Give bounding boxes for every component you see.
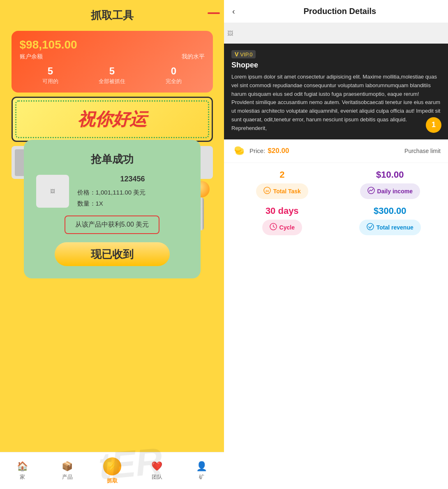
daily-income-label: Daily income: [377, 188, 413, 195]
chart-icon: [367, 187, 375, 196]
nav-item-mine[interactable]: 👤 矿: [189, 461, 214, 481]
vip-badge: V VIP.0: [231, 50, 256, 58]
stats-grid: 2 24 Total Task $10.00: [224, 163, 448, 242]
confirm-button[interactable]: 现已收到: [55, 242, 170, 266]
lucky-text: 祝你好运: [78, 108, 147, 131]
total-revenue-label: Total revenue: [376, 224, 413, 231]
back-button[interactable]: ‹: [232, 7, 235, 16]
modal-title: 抢单成功: [91, 152, 134, 167]
level-label: 我的水平: [182, 53, 205, 60]
svg-text:24: 24: [266, 190, 269, 192]
cycle-card: 30 days Cycle: [231, 206, 333, 235]
price-label: Price:: [249, 147, 265, 154]
profit-box: 从该产品中获利5.00 美元: [65, 216, 160, 234]
svg-point-10: [367, 223, 374, 230]
total-task-chip: 24 Total Task: [256, 183, 308, 199]
nav-label-team: 团队: [152, 473, 162, 481]
modal-product-info: 🖼 123456 价格：1,001,111.00 美元 数量：1X: [36, 175, 188, 209]
product-broken-img-icon: 🖼: [227, 30, 233, 37]
total-task-label: Total Task: [273, 188, 301, 195]
nav-item-products[interactable]: 📦 产品: [55, 461, 80, 481]
stat-captured-number: 5: [81, 65, 143, 77]
total-revenue-card: $300.00 Total revenue: [339, 206, 441, 235]
app-title: 抓取工具: [0, 0, 224, 27]
vip-text: VIP.0: [240, 51, 252, 58]
lucky-banner: 祝你好运: [12, 97, 213, 142]
nav-label-home: 家: [20, 473, 25, 481]
balance-amount: $98,105.00: [20, 38, 205, 51]
svg-point-5: [235, 146, 241, 151]
total-revenue-chip: Total revenue: [359, 220, 421, 235]
team-icon: ❤️: [151, 461, 162, 472]
price-value: $20.00: [268, 147, 289, 155]
vip-v-icon: V: [235, 51, 238, 58]
purchase-limit-label: Purchase limit: [404, 148, 441, 154]
nav-item-team[interactable]: ❤️ 团队: [145, 461, 169, 481]
daily-income-chip: Daily income: [360, 183, 420, 199]
product-id: 123456: [77, 175, 188, 183]
profit-text: 从该产品中获利5.00 美元: [75, 221, 149, 228]
order-success-modal: 抢单成功 🖼 123456 价格：1,001,111.00 美元 数量：1X 从…: [24, 140, 201, 278]
home-icon: 🏠: [17, 461, 28, 472]
balance-card: $98,105.00 账户余额 我的水平 5 可用的 5 全部被抓住 0 完全的: [12, 31, 213, 93]
cycle-value: 30 days: [266, 206, 299, 216]
stat-complete-label: 完全的: [143, 78, 205, 85]
stat-complete: 0 完全的: [143, 65, 205, 85]
account-label: 账户余额: [20, 53, 43, 60]
right-panel-header: ‹ Production Details: [224, 0, 448, 23]
product-image-area: 🖼: [224, 23, 448, 44]
modal-product-image: 🖼: [36, 175, 69, 208]
nav-item-capture[interactable]: ⚡ 抓取: [100, 457, 125, 484]
right-panel: ‹ Production Details 🖼 V VIP.0 Shopee Lo…: [224, 0, 448, 489]
broken-img-icon: 🖼: [50, 188, 55, 194]
cycle-label: Cycle: [279, 224, 295, 231]
stat-complete-number: 0: [143, 65, 205, 77]
checkmark-circle-icon: [367, 223, 374, 232]
brand-name: Shopee: [231, 61, 441, 70]
total-task-card: 2 24 Total Task: [231, 169, 333, 199]
cycle-chip: Cycle: [262, 220, 302, 235]
capture-circle-icon: ⚡: [103, 457, 121, 475]
price-left: Price: $20.00: [231, 145, 289, 157]
stat-captured-label: 全部被抓住: [81, 78, 143, 85]
product-details-text: 123456 价格：1,001,111.00 美元 数量：1X: [77, 175, 188, 209]
daily-income-value: $10.00: [376, 169, 404, 180]
bottom-navigation: 🏠 家 📦 产品 ⚡ 抓取 ❤️ 团队 👤 矿: [0, 452, 224, 489]
page-title: Production Details: [240, 7, 440, 16]
nav-label-mine: 矿: [199, 473, 204, 481]
clock-24-icon: 24: [263, 187, 271, 196]
left-panel: 抓取工具 $98,105.00 账户余额 我的水平 5 可用的 5 全部被抓住 …: [0, 0, 224, 489]
stat-available-number: 5: [20, 65, 81, 77]
nav-item-home[interactable]: 🏠 家: [10, 461, 35, 481]
clock-icon: [270, 223, 277, 232]
purchase-limit-badge: 1: [426, 117, 441, 133]
nav-label-products: 产品: [62, 473, 73, 481]
stat-available: 5 可用的: [20, 65, 81, 85]
products-icon: 📦: [62, 461, 73, 472]
product-description: Lorem ipsum dolor sit amet consectetur a…: [231, 73, 441, 133]
daily-income-card: $10.00 Daily income: [339, 169, 441, 199]
mine-icon: 👤: [196, 461, 207, 472]
coins-icon: [231, 145, 246, 157]
price-row: Price: $20.00 Purchase limit: [224, 139, 448, 163]
total-task-value: 2: [279, 169, 284, 180]
nav-label-capture: 抓取: [107, 477, 118, 484]
stat-available-label: 可用的: [20, 78, 81, 85]
total-revenue-value: $300.00: [374, 206, 406, 216]
product-price-line: 价格：1,001,111.00 美元: [77, 187, 188, 198]
product-quantity-line: 数量：1X: [77, 198, 188, 209]
product-description-card: V VIP.0 Shopee Lorem ipsum dolor sit ame…: [224, 44, 448, 139]
red-line-decoration: [208, 12, 220, 14]
purchase-limit-number: 1: [432, 121, 436, 129]
stat-captured: 5 全部被抓住: [81, 65, 143, 85]
